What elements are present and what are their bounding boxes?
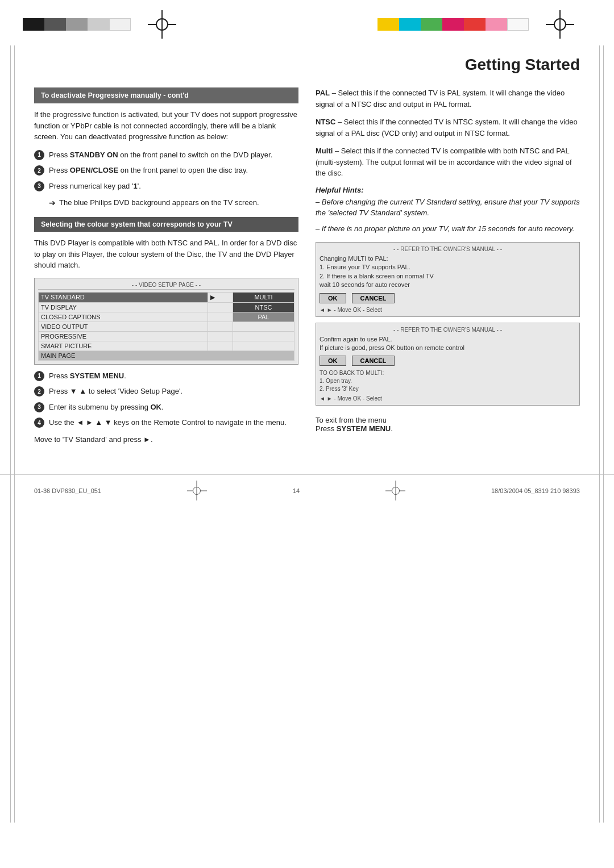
dvd-menu-table: TV STANDARD ▶ MULTI TV DISPLAY NTSC CLOS…: [38, 292, 294, 361]
menu-label-vo: VIDEO OUTPUT: [39, 322, 208, 331]
menu-label-tvdisplay: TV DISPLAY: [39, 302, 208, 312]
step2-1: 1 Press SYSTEM MENU.: [34, 370, 298, 382]
om2-nav: ◄ ► - Move OK - Select: [320, 395, 576, 402]
hint2-em: – If there is no proper picture on your …: [316, 224, 574, 233]
hint1-em: – Before changing the current TV Standar…: [316, 198, 580, 218]
om2-body: Confirm again to use PAL. If picture is …: [320, 335, 576, 353]
multi-body: – Select this if the connected TV is com…: [316, 147, 572, 177]
move-text: Move to 'TV Standard' and press ►.: [34, 434, 298, 445]
menu-row-videooutput: VIDEO OUTPUT: [39, 322, 294, 331]
color-block-green: [421, 18, 442, 31]
step2-1-text: Press SYSTEM MENU.: [49, 370, 126, 382]
color-block-black: [23, 18, 44, 31]
arrow-icon: ➔: [49, 197, 56, 209]
hint1: – Before changing the current TV Standar…: [316, 197, 580, 219]
box1-title: To deactivate Progressive manually - con…: [34, 87, 298, 103]
menu-label-sp: SMART PICTURE: [39, 341, 208, 350]
col-left: To deactivate Progressive manually - con…: [34, 87, 298, 452]
step2-2-num: 2: [34, 386, 44, 397]
step-2-num: 2: [34, 165, 44, 176]
color-block-red: [464, 18, 486, 31]
crosshair-left: [148, 10, 176, 39]
step2-4-text: Use the ◄ ► ▲ ▼ keys on the Remote Contr…: [49, 417, 287, 428]
menu-empty8: [233, 341, 294, 350]
multi-text: Multi – Select this if the connected TV …: [316, 145, 580, 179]
crosshair-circle-left: [156, 18, 168, 31]
arrow-text: The blue Philips DVD background appears …: [59, 197, 259, 208]
om1-title: - - REFER TO THE OWNER'S MANUAL - -: [320, 246, 576, 252]
color-blocks-right: [377, 18, 529, 31]
footer-circle: [193, 487, 201, 495]
color-block-darkgray: [44, 18, 66, 31]
arrow-item: ➔ The blue Philips DVD background appear…: [49, 197, 298, 209]
steps-list-2: 1 Press SYSTEM MENU. 2 Press ▼ ▲ to sele…: [34, 370, 298, 428]
menu-row-progressive: PROGRESSIVE: [39, 331, 294, 341]
step-1: 1 Press STANDBY ON on the front panel to…: [34, 149, 298, 161]
step-1-bold: STANDBY ON: [70, 151, 118, 159]
box1-body: If the progressive function is activated…: [34, 109, 298, 143]
owners-manual-1: - - REFER TO THE OWNER'S MANUAL - - Chan…: [316, 242, 580, 317]
om2-cancel-button[interactable]: CANCEL: [352, 356, 395, 366]
menu-row-mainpage: MAIN PAGE: [39, 350, 294, 360]
menu-empty1: [208, 302, 233, 312]
footer-crosshair-2: [385, 481, 405, 500]
footer-circle-2: [392, 487, 400, 495]
menu-row-closedcaptions: CLOSED CAPTIONS PAL: [39, 312, 294, 322]
menu-option-pal: PAL: [233, 312, 294, 322]
main-content: Getting Started To deactivate Progressiv…: [0, 39, 614, 474]
step2-3: 3 Enter its submenu by pressing OK.: [34, 402, 298, 413]
om1-buttons: OK CANCEL: [320, 293, 576, 303]
step-3-bold: 1: [133, 182, 137, 190]
step2-1-bold: SYSTEM MENU: [70, 372, 124, 380]
om1-cancel-button[interactable]: CANCEL: [352, 293, 395, 303]
menu-empty4: [233, 322, 294, 331]
menu-empty2: [208, 312, 233, 322]
om2-buttons: OK CANCEL: [320, 356, 576, 366]
color-block-magenta: [442, 18, 464, 31]
box2-title: Selecting the colour system that corresp…: [34, 217, 298, 232]
side-border-left: [10, 45, 15, 823]
steps-list-1: 1 Press STANDBY ON on the front panel to…: [34, 149, 298, 192]
dvd-menu-title: - - VIDEO SETUP PAGE - -: [38, 282, 294, 290]
menu-empty3: [208, 322, 233, 331]
color-block-cyan: [399, 18, 421, 31]
step-2-text: Press OPEN/CLOSE on the front panel to o…: [49, 165, 248, 176]
crosshair-circle-right: [554, 18, 566, 31]
color-block-white2: [507, 18, 529, 31]
step-3-text: Press numerical key pad '1'.: [49, 181, 141, 192]
om2-ok-button[interactable]: OK: [320, 356, 346, 366]
pal-label: PAL: [316, 89, 330, 97]
menu-option-multi: MULTI: [233, 292, 294, 302]
pal-text: PAL – Select this if the connected TV is…: [316, 87, 580, 110]
om2-extra: TO GO BACK TO MULTI: 1. Open tray. 2. Pr…: [320, 369, 576, 393]
exit-label: To exit from the menu: [316, 416, 387, 424]
step-3-num: 3: [34, 181, 44, 191]
menu-empty7: [208, 341, 233, 350]
menu-main-page: MAIN PAGE: [39, 350, 294, 360]
step2-1-num: 1: [34, 371, 44, 381]
footer: 01-36 DVP630_EU_051 14 18/03/2004 05_831…: [0, 474, 614, 506]
om1-nav: ◄ ► - Move OK - Select: [320, 307, 576, 313]
step2-2-text: Press ▼ ▲ to select 'Video Setup Page'.: [49, 386, 182, 397]
step2-3-num: 3: [34, 402, 44, 412]
step2-2: 2 Press ▼ ▲ to select 'Video Setup Page'…: [34, 386, 298, 397]
menu-label-cc: CLOSED CAPTIONS: [39, 312, 208, 322]
footer-center: 14: [293, 487, 300, 494]
color-block-yellow: [377, 18, 399, 31]
menu-row-smartpicture: SMART PICTURE: [39, 341, 294, 350]
om1-ok-button[interactable]: OK: [320, 293, 346, 303]
to-exit: To exit from the menu Press SYSTEM MENU.: [316, 416, 580, 433]
om2-title: - - REFER TO THE OWNER'S MANUAL - -: [320, 327, 576, 333]
footer-right: 18/03/2004 05_8319 210 98393: [491, 487, 580, 494]
ntsc-text: NTSC – Select this if the connected TV i…: [316, 116, 580, 139]
menu-empty6: [233, 331, 294, 341]
col-right: PAL – Select this if the connected TV is…: [316, 87, 580, 452]
color-block-gray: [66, 18, 88, 31]
step-2: 2 Press OPEN/CLOSE on the front panel to…: [34, 165, 298, 176]
menu-label-tvstandard: TV STANDARD: [39, 292, 208, 302]
step2-3-bold: OK: [150, 403, 161, 411]
footer-left: 01-36 DVP630_EU_051: [34, 487, 101, 494]
hint2: – If there is no proper picture on your …: [316, 223, 580, 235]
step-1-num: 1: [34, 150, 44, 160]
color-block-pink: [486, 18, 507, 31]
